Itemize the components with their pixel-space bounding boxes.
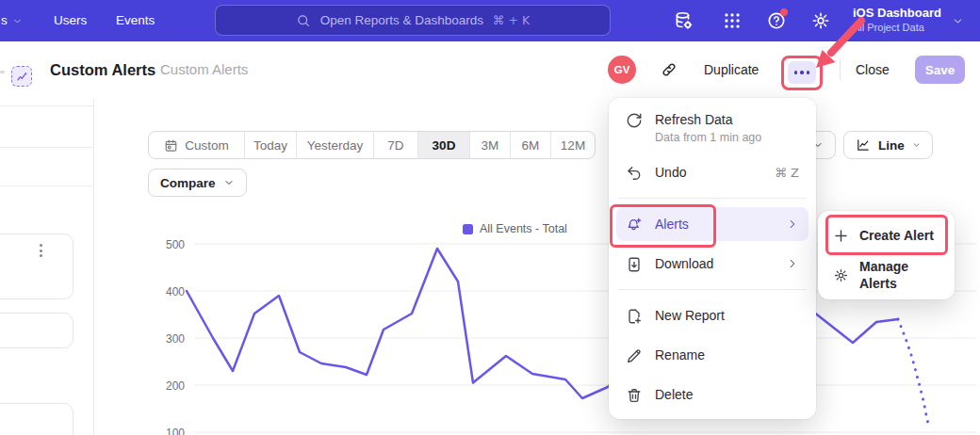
menu-separator: [618, 198, 807, 199]
menu-item-subtitle: Data from 1 min ago: [655, 131, 761, 144]
report-header: Custom Alerts Custom Alerts GV Duplicate…: [0, 41, 980, 98]
chevron-down-icon: [912, 139, 921, 151]
chart-legend: All Events - Total: [463, 222, 567, 235]
top-nav: s Users Events Open Reports & Dashboards…: [0, 0, 980, 41]
menu-item-label: Rename: [655, 346, 705, 363]
search-icon: [296, 13, 311, 28]
date-range-segment[interactable]: 12M: [550, 132, 595, 158]
legend-swatch: [463, 224, 473, 234]
date-range-segment[interactable]: 6M: [510, 132, 550, 158]
menu-item-label: Refresh Data: [655, 112, 732, 127]
menu-item-label: Download: [655, 255, 713, 272]
kebab-menu-icon[interactable]: [40, 244, 42, 257]
report-type-icon: [11, 66, 32, 87]
date-range-segment[interactable]: 30D: [417, 132, 469, 158]
legend-label: All Events - Total: [480, 222, 567, 235]
line-chart-icon: [856, 137, 871, 153]
apps-grid-icon[interactable]: [722, 10, 743, 31]
submenu-item-create-alert[interactable]: Create Alert: [825, 218, 947, 252]
search-placeholder: Open Reports & Dashboards: [320, 13, 483, 27]
search-shortcut-hint: ⌘ + K: [493, 13, 530, 27]
y-axis-tick-label: 100: [166, 427, 185, 435]
sidebar-row-divider: [0, 185, 93, 186]
help-icon[interactable]: [766, 10, 787, 31]
date-range-segment[interactable]: 7D: [373, 132, 417, 158]
menu-item-label: Delete: [655, 386, 693, 403]
submenu-item-manage-alerts[interactable]: Manage Alerts: [825, 258, 947, 292]
chevron-right-icon: [786, 257, 799, 270]
compare-button[interactable]: Compare: [148, 169, 247, 197]
chart-line-projection: [898, 319, 928, 424]
trash-icon: [626, 387, 643, 404]
chevron-right-icon: [786, 218, 799, 231]
y-axis-tick-label: 400: [166, 285, 185, 298]
refresh-icon: [626, 112, 643, 129]
project-selector[interactable]: iOS Dashboard All Project Data: [853, 6, 941, 33]
date-range-label: 3M: [482, 138, 499, 153]
share-link-icon[interactable]: [661, 61, 678, 78]
bell-plus-icon: [626, 217, 643, 234]
report-context-menu: Refresh Data Data from 1 min ago Undo ⌘ …: [609, 98, 816, 419]
menu-item-alerts[interactable]: Alerts: [616, 207, 808, 241]
submenu-item-label: Create Alert: [859, 227, 934, 244]
avatar[interactable]: GV: [608, 56, 636, 84]
menu-item-label: New Report: [655, 307, 725, 324]
pencil-icon: [626, 347, 643, 364]
date-range-label: 12M: [561, 138, 585, 153]
menu-separator: [618, 289, 807, 290]
chevron-down-icon: [223, 177, 235, 188]
nav-item-cutoff[interactable]: s: [1, 0, 8, 41]
more-button[interactable]: [788, 61, 816, 84]
date-range-segment[interactable]: Custom: [149, 132, 244, 158]
date-range-label: Today: [253, 138, 287, 153]
chevron-down-icon: [12, 16, 23, 26]
menu-item-undo[interactable]: Undo ⌘ Z: [616, 155, 808, 189]
data-management-icon[interactable]: [673, 10, 694, 31]
sidebar-card[interactable]: [0, 403, 74, 435]
undo-icon: [626, 165, 643, 182]
compare-label: Compare: [160, 176, 216, 190]
sidebar-card[interactable]: [0, 234, 74, 299]
chart-type-button[interactable]: Line: [843, 131, 933, 159]
save-button[interactable]: Save: [915, 56, 965, 84]
page-title: Custom Alerts: [50, 41, 155, 98]
plus-icon: [833, 228, 849, 244]
date-range-label: 6M: [522, 138, 540, 153]
nav-item-events[interactable]: Events: [116, 0, 155, 41]
menu-item-new-report[interactable]: New Report: [616, 298, 808, 332]
date-range-label: 30D: [433, 138, 456, 153]
menu-item-label: Undo: [655, 164, 686, 181]
date-range-label: Custom: [185, 138, 229, 153]
global-search-button[interactable]: Open Reports & Dashboards ⌘ + K: [215, 5, 611, 36]
close-button[interactable]: Close: [856, 41, 890, 98]
calendar-icon: [164, 138, 178, 153]
date-range-label: 7D: [387, 138, 403, 153]
y-axis-tick-label: 200: [166, 379, 185, 393]
date-range-segment[interactable]: Today: [244, 132, 296, 158]
chart-type-label: Line: [878, 138, 905, 153]
y-axis-tick-label: 500: [166, 238, 185, 251]
project-name: iOS Dashboard: [853, 6, 941, 20]
menu-item-label: Alerts: [655, 216, 689, 233]
download-file-icon: [626, 256, 643, 273]
gear-icon: [833, 267, 849, 283]
cutoff-fragment: [0, 71, 5, 73]
breadcrumb: Custom Alerts: [160, 41, 248, 98]
project-scope: All Project Data: [853, 22, 941, 33]
sidebar-row-divider: [0, 147, 93, 148]
date-range-segment[interactable]: 3M: [469, 132, 510, 158]
menu-item-rename[interactable]: Rename: [616, 338, 808, 372]
menu-item-refresh-data[interactable]: Refresh Data Data from 1 min ago: [616, 105, 808, 150]
menu-item-download[interactable]: Download: [616, 247, 808, 281]
app-screen: 500400300200100 All Events - Total Custo…: [0, 0, 980, 435]
date-range-segment[interactable]: Yesterday: [296, 132, 373, 158]
date-range-label: Yesterday: [307, 138, 364, 153]
menu-item-shortcut: ⌘ Z: [775, 166, 799, 180]
sidebar-card[interactable]: [0, 313, 74, 348]
alerts-submenu: Create Alert Manage Alerts: [818, 211, 955, 299]
nav-item-users[interactable]: Users: [54, 0, 87, 41]
menu-item-delete[interactable]: Delete: [616, 378, 808, 411]
settings-gear-icon[interactable]: [810, 10, 831, 31]
submenu-item-label: Manage Alerts: [859, 258, 939, 292]
duplicate-button[interactable]: Duplicate: [704, 41, 759, 98]
